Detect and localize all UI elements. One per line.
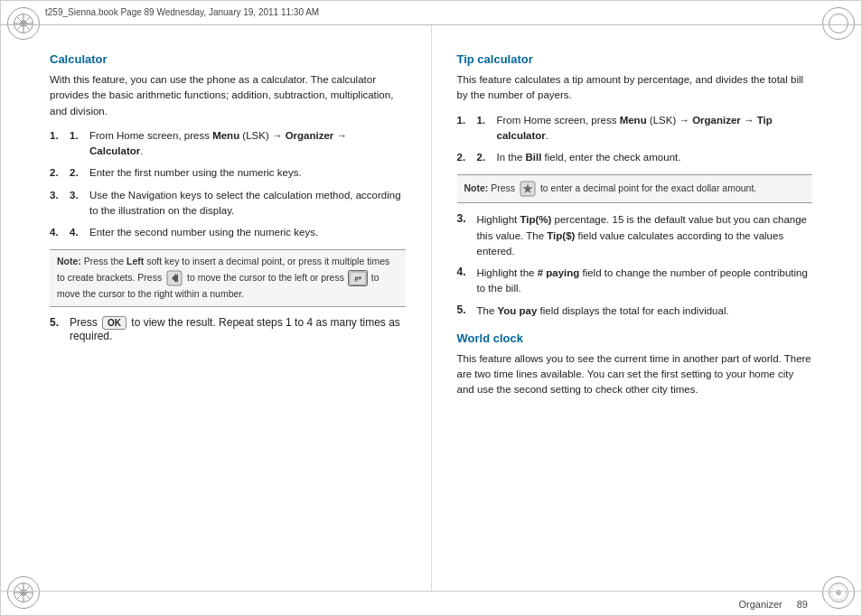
paying-bold: # paying [538,267,580,278]
organizer-bold: Organizer [286,130,334,141]
you-pay-bold: You pay [498,305,538,316]
tip-note: Note: Press to enter a decimal point for… [457,174,813,203]
tip-step-3: 3. Highlight Tip(%) percentage. 15 is th… [457,212,813,259]
left-bold: Left [126,256,144,266]
tip-step-3-content: Highlight Tip(%) percentage. 15 is the d… [477,212,813,259]
tip-step-1-number: 1. [477,113,493,145]
step-5-content: Press OK to view the result. Repeat step… [70,316,406,342]
tip-steps-1-2: 1. From Home screen, press Menu (LSK) → … [457,113,813,166]
tip-step-2-content: In the Bill field, enter the check amoun… [497,150,681,165]
svg-text:#*: #* [354,275,362,284]
world-clock-intro: This feature allows you to see the curre… [457,351,813,398]
world-clock-heading: World clock [457,331,813,345]
nav-left-icon [165,269,183,287]
tip-calculator-intro: This feature calculates a tip amount by … [457,72,813,104]
tip-calculator-heading: Tip calculator [457,52,813,66]
right-column: Tip calculator This feature calculates a… [432,25,863,591]
tip-menu-bold: Menu [620,115,647,126]
bill-bold: Bill [525,152,541,163]
tip-step-4: 4. Highlight the # paying field to chang… [457,266,813,297]
tip-organizer-bold: Organizer [692,115,741,126]
header-text: t259_Sienna.book Page 89 Wednesday, Janu… [45,7,319,17]
tip-step-4-content: Highlight the # paying field to change t… [477,266,813,297]
tip-step-5-content: The You pay field displays the total for… [477,303,729,319]
tip-dollar-bold: Tip($) [547,230,575,241]
tip-step-2: 2. In the Bill field, enter the check am… [457,150,813,165]
step-1-number: 1. [70,128,86,160]
tip-step-1-content: From Home screen, press Menu (LSK) → Org… [497,113,813,145]
step-2-number: 2. [70,165,86,181]
footer-label: Organizer [738,599,782,610]
nav-star-icon [519,180,537,198]
step-3: 3. Use the Navigation keys to select the… [50,188,406,219]
hash-right-icon: #* [348,270,368,286]
tip-step-2-number: 2. [477,150,493,165]
step-5-container: 5. Press OK to view the result. Repeat s… [50,316,406,342]
step-3-content: Use the Navigation keys to select the ca… [89,188,406,219]
note-label: Note: [57,256,81,266]
tip-step-5-number: 5. [457,303,473,316]
left-column: Calculator With this feature, you can us… [0,25,432,591]
tip-step-1: 1. From Home screen, press Menu (LSK) → … [457,113,813,145]
step-1-content: From Home screen, press Menu (LSK) → Org… [89,128,347,160]
step-2: 2. Enter the first number using the nume… [50,165,406,181]
footer-bar: Organizer 89 [0,591,862,616]
menu-bold: Menu [212,130,239,141]
step-2-content: Enter the first number using the numeric… [89,165,302,181]
tip-note-label: Note: [464,182,489,193]
footer-page: 89 [797,599,808,610]
step-5-number: 5. [50,316,66,329]
calculator-heading: Calculator [50,52,406,66]
tip-steps-3-5: 3. Highlight Tip(%) percentage. 15 is th… [457,212,813,319]
tip-step-5: 5. The You pay field displays the total … [457,303,813,319]
step-4-number: 4. [70,225,86,240]
calculator-steps: 1. From Home screen, press Menu (LSK) → … [50,128,406,241]
calculator-note: Note: Press the Left soft key to insert … [50,249,406,307]
step-1: 1. From Home screen, press Menu (LSK) → … [50,128,406,160]
header-bar: t259_Sienna.book Page 89 Wednesday, Janu… [0,0,862,25]
content-area: Calculator With this feature, you can us… [0,25,862,591]
step-4: 4. Enter the second number using the num… [50,225,406,240]
step-4-content: Enter the second number using the numeri… [89,225,318,240]
tip-step-3-number: 3. [457,212,473,225]
calculator-intro: With this feature, you can use the phone… [50,72,406,119]
calculator-bold: Calculator [89,145,140,156]
step-3-number: 3. [70,188,86,219]
tip-pct-bold: Tip(%) [520,214,551,225]
tip-step-4-number: 4. [457,266,473,278]
ok-button-icon: OK [102,316,126,330]
